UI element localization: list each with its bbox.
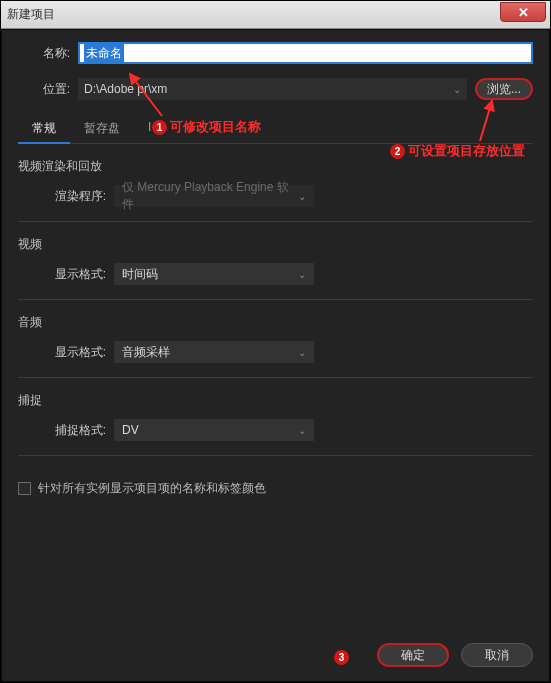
tab-ingest[interactable]: I [134,114,165,143]
section-render-title: 视频渲染和回放 [18,158,533,175]
tabs: 常规 暂存盘 I [18,114,533,144]
location-row: 位置: D:\Adobe pr\xm ⌄ 浏览... [18,78,533,100]
renderer-label: 渲染程序: [48,188,114,205]
renderer-value: 仅 Mercury Playback Engine 软件 [122,179,298,213]
section-audio-title: 音频 [18,314,533,331]
titlebar: 新建项目 ✕ [1,1,550,29]
audio-format-label: 显示格式: [48,344,114,361]
capture-format-label: 捕捉格式: [48,422,114,439]
show-name-color-checkbox[interactable] [18,482,31,495]
window-title: 新建项目 [7,6,55,23]
tab-scratch-disks[interactable]: 暂存盘 [70,114,134,143]
audio-format-select[interactable]: 音频采样 ⌄ [114,341,314,363]
video-format-value: 时间码 [122,266,158,283]
browse-button[interactable]: 浏览... [475,78,533,100]
chevron-down-icon: ⌄ [298,191,306,202]
section-video-title: 视频 [18,236,533,253]
location-value: D:\Adobe pr\xm [84,82,167,96]
show-name-color-row: 针对所有实例显示项目项的名称和标签颜色 [18,480,533,497]
project-name-input[interactable]: 未命名 [78,42,533,64]
location-select[interactable]: D:\Adobe pr\xm ⌄ [78,78,467,100]
ok-button[interactable]: 确定 [377,643,449,667]
close-icon: ✕ [518,5,529,20]
tab-general[interactable]: 常规 [18,114,70,143]
footer: 确定 取消 [377,643,533,667]
show-name-color-label: 针对所有实例显示项目项的名称和标签颜色 [38,480,266,497]
close-button[interactable]: ✕ [500,2,546,22]
annotation-3: 3 [334,650,352,665]
annotation-3-number: 3 [334,650,349,665]
name-label: 名称: [18,45,78,62]
location-label: 位置: [18,81,78,98]
cancel-button[interactable]: 取消 [461,643,533,667]
section-render: 视频渲染和回放 渲染程序: 仅 Mercury Playback Engine … [18,158,533,222]
video-format-label: 显示格式: [48,266,114,283]
chevron-down-icon: ⌄ [298,347,306,358]
capture-format-value: DV [122,423,139,437]
audio-format-value: 音频采样 [122,344,170,361]
chevron-down-icon: ⌄ [298,269,306,280]
section-audio: 音频 显示格式: 音频采样 ⌄ [18,314,533,378]
section-capture: 捕捉 捕捉格式: DV ⌄ [18,392,533,456]
video-format-select[interactable]: 时间码 ⌄ [114,263,314,285]
new-project-dialog: 新建项目 ✕ 名称: 未命名 位置: D:\Adobe pr\xm ⌄ 浏览..… [0,0,551,683]
annotation-2-number: 2 [390,144,405,159]
capture-format-select[interactable]: DV ⌄ [114,419,314,441]
dialog-body: 名称: 未命名 位置: D:\Adobe pr\xm ⌄ 浏览... 常规 暂存… [1,29,550,682]
section-capture-title: 捕捉 [18,392,533,409]
renderer-select: 仅 Mercury Playback Engine 软件 ⌄ [114,185,314,207]
chevron-down-icon: ⌄ [298,425,306,436]
section-video: 视频 显示格式: 时间码 ⌄ [18,236,533,300]
chevron-down-icon: ⌄ [453,84,461,95]
name-row: 名称: 未命名 [18,42,533,64]
